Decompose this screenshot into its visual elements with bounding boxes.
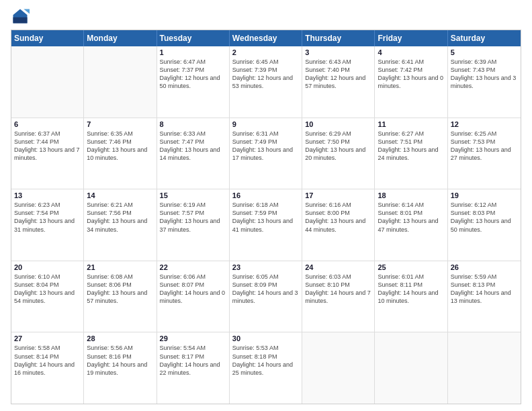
day-number: 10 <box>305 120 371 128</box>
day-number: 24 <box>305 263 371 271</box>
cal-cell: 4Sunrise: 6:41 AM Sunset: 7:42 PM Daylig… <box>375 46 447 118</box>
cal-cell: 10Sunrise: 6:29 AM Sunset: 7:50 PM Dayli… <box>302 118 375 189</box>
week-row-3: 20Sunrise: 6:10 AM Sunset: 8:04 PM Dayli… <box>11 261 521 333</box>
cal-cell: 15Sunrise: 6:19 AM Sunset: 7:57 PM Dayli… <box>157 189 230 261</box>
cell-info: Sunrise: 5:56 AM Sunset: 8:16 PM Dayligh… <box>87 344 153 377</box>
cal-cell: 17Sunrise: 6:16 AM Sunset: 8:00 PM Dayli… <box>302 189 375 261</box>
cell-info: Sunrise: 6:10 AM Sunset: 8:04 PM Dayligh… <box>14 273 81 306</box>
week-row-2: 13Sunrise: 6:23 AM Sunset: 7:54 PM Dayli… <box>11 189 521 261</box>
cal-cell: 23Sunrise: 6:05 AM Sunset: 8:09 PM Dayli… <box>230 261 302 332</box>
day-number: 30 <box>232 334 299 342</box>
day-number: 5 <box>451 48 518 56</box>
day-number: 29 <box>160 334 226 342</box>
cell-info: Sunrise: 6:01 AM Sunset: 8:11 PM Dayligh… <box>378 273 444 306</box>
cal-cell: 6Sunrise: 6:37 AM Sunset: 7:44 PM Daylig… <box>11 118 84 189</box>
cell-info: Sunrise: 6:25 AM Sunset: 7:53 PM Dayligh… <box>451 130 518 163</box>
day-number: 25 <box>378 263 444 271</box>
cell-info: Sunrise: 5:58 AM Sunset: 8:14 PM Dayligh… <box>14 344 81 377</box>
day-number: 3 <box>305 48 371 56</box>
cell-info: Sunrise: 6:16 AM Sunset: 8:00 PM Dayligh… <box>305 201 371 234</box>
cal-cell: 3Sunrise: 6:43 AM Sunset: 7:40 PM Daylig… <box>302 46 375 118</box>
cal-cell: 24Sunrise: 6:03 AM Sunset: 8:10 PM Dayli… <box>302 261 375 332</box>
calendar: SundayMondayTuesdayWednesdayThursdayFrid… <box>11 30 521 404</box>
day-number: 19 <box>451 191 518 199</box>
day-number: 16 <box>232 191 299 199</box>
day-number: 7 <box>87 120 153 128</box>
day-number: 4 <box>378 48 444 56</box>
cal-cell <box>11 46 84 118</box>
cal-cell: 14Sunrise: 6:21 AM Sunset: 7:56 PM Dayli… <box>84 189 157 261</box>
week-row-1: 6Sunrise: 6:37 AM Sunset: 7:44 PM Daylig… <box>11 118 521 190</box>
cell-info: Sunrise: 6:45 AM Sunset: 7:39 PM Dayligh… <box>232 58 299 91</box>
logo-icon <box>11 7 30 26</box>
day-number: 21 <box>87 263 153 271</box>
day-number: 20 <box>14 263 81 271</box>
cal-cell: 22Sunrise: 6:06 AM Sunset: 8:07 PM Dayli… <box>157 261 230 332</box>
cell-info: Sunrise: 6:47 AM Sunset: 7:37 PM Dayligh… <box>160 58 226 91</box>
header-day-saturday: Saturday <box>448 30 521 46</box>
cal-cell: 27Sunrise: 5:58 AM Sunset: 8:14 PM Dayli… <box>11 332 84 404</box>
header-day-monday: Monday <box>84 30 157 46</box>
cell-info: Sunrise: 6:31 AM Sunset: 7:49 PM Dayligh… <box>232 130 299 163</box>
day-number: 17 <box>305 191 371 199</box>
cell-info: Sunrise: 5:59 AM Sunset: 8:13 PM Dayligh… <box>451 273 518 306</box>
day-number: 22 <box>160 263 226 271</box>
logo <box>11 7 32 26</box>
cal-cell: 20Sunrise: 6:10 AM Sunset: 8:04 PM Dayli… <box>11 261 84 332</box>
day-number: 23 <box>232 263 299 271</box>
cal-cell: 1Sunrise: 6:47 AM Sunset: 7:37 PM Daylig… <box>157 46 230 118</box>
cal-cell: 18Sunrise: 6:14 AM Sunset: 8:01 PM Dayli… <box>375 189 447 261</box>
day-number: 27 <box>14 334 81 342</box>
header-day-friday: Friday <box>375 30 447 46</box>
svg-rect-2 <box>13 17 28 24</box>
cell-info: Sunrise: 6:27 AM Sunset: 7:51 PM Dayligh… <box>378 130 444 163</box>
day-number: 12 <box>451 120 518 128</box>
day-number: 8 <box>160 120 226 128</box>
cal-cell: 16Sunrise: 6:18 AM Sunset: 7:59 PM Dayli… <box>230 189 302 261</box>
day-number: 15 <box>160 191 226 199</box>
cell-info: Sunrise: 6:37 AM Sunset: 7:44 PM Dayligh… <box>14 130 81 163</box>
day-number: 26 <box>451 263 518 271</box>
cell-info: Sunrise: 6:14 AM Sunset: 8:01 PM Dayligh… <box>378 201 444 234</box>
cal-cell: 7Sunrise: 6:35 AM Sunset: 7:46 PM Daylig… <box>84 118 157 189</box>
cell-info: Sunrise: 6:43 AM Sunset: 7:40 PM Dayligh… <box>305 58 371 91</box>
week-row-4: 27Sunrise: 5:58 AM Sunset: 8:14 PM Dayli… <box>11 332 521 404</box>
cell-info: Sunrise: 6:08 AM Sunset: 8:06 PM Dayligh… <box>87 273 153 306</box>
cell-info: Sunrise: 6:41 AM Sunset: 7:42 PM Dayligh… <box>378 58 444 91</box>
header-day-tuesday: Tuesday <box>157 30 230 46</box>
cal-cell: 2Sunrise: 6:45 AM Sunset: 7:39 PM Daylig… <box>230 46 302 118</box>
cell-info: Sunrise: 6:23 AM Sunset: 7:54 PM Dayligh… <box>14 201 81 234</box>
day-number: 18 <box>378 191 444 199</box>
day-number: 28 <box>87 334 153 342</box>
cell-info: Sunrise: 6:06 AM Sunset: 8:07 PM Dayligh… <box>160 273 226 306</box>
cal-cell <box>375 332 447 404</box>
header-day-sunday: Sunday <box>11 30 84 46</box>
day-number: 9 <box>232 120 299 128</box>
day-number: 13 <box>14 191 81 199</box>
cell-info: Sunrise: 6:21 AM Sunset: 7:56 PM Dayligh… <box>87 201 153 234</box>
cal-cell <box>448 332 521 404</box>
calendar-body: 1Sunrise: 6:47 AM Sunset: 7:37 PM Daylig… <box>11 46 521 404</box>
cal-cell: 8Sunrise: 6:33 AM Sunset: 7:47 PM Daylig… <box>157 118 230 189</box>
day-number: 14 <box>87 191 153 199</box>
cal-cell: 19Sunrise: 6:12 AM Sunset: 8:03 PM Dayli… <box>448 189 521 261</box>
day-number: 1 <box>160 48 226 56</box>
cell-info: Sunrise: 6:39 AM Sunset: 7:43 PM Dayligh… <box>451 58 518 91</box>
cell-info: Sunrise: 6:12 AM Sunset: 8:03 PM Dayligh… <box>451 201 518 234</box>
cell-info: Sunrise: 6:03 AM Sunset: 8:10 PM Dayligh… <box>305 273 371 306</box>
cal-cell <box>302 332 375 404</box>
cal-cell: 30Sunrise: 5:53 AM Sunset: 8:18 PM Dayli… <box>230 332 302 404</box>
cell-info: Sunrise: 6:05 AM Sunset: 8:09 PM Dayligh… <box>232 273 299 306</box>
cell-info: Sunrise: 6:18 AM Sunset: 7:59 PM Dayligh… <box>232 201 299 234</box>
day-number: 11 <box>378 120 444 128</box>
page: SundayMondayTuesdayWednesdayThursdayFrid… <box>0 0 532 411</box>
day-number: 6 <box>14 120 81 128</box>
header <box>11 7 521 26</box>
header-day-thursday: Thursday <box>302 30 375 46</box>
header-day-wednesday: Wednesday <box>230 30 302 46</box>
cell-info: Sunrise: 6:29 AM Sunset: 7:50 PM Dayligh… <box>305 130 371 163</box>
cal-cell: 21Sunrise: 6:08 AM Sunset: 8:06 PM Dayli… <box>84 261 157 332</box>
week-row-0: 1Sunrise: 6:47 AM Sunset: 7:37 PM Daylig… <box>11 46 521 118</box>
cal-cell: 29Sunrise: 5:54 AM Sunset: 8:17 PM Dayli… <box>157 332 230 404</box>
cell-info: Sunrise: 6:35 AM Sunset: 7:46 PM Dayligh… <box>87 130 153 163</box>
